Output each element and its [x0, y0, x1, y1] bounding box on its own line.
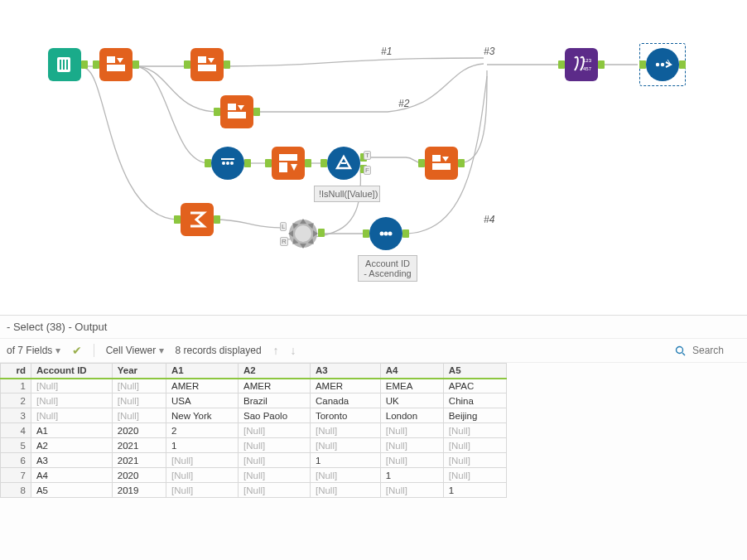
cell[interactable]: 1 [166, 438, 239, 453]
col-a3[interactable]: A3 [310, 364, 380, 379]
cell[interactable]: AMER [238, 379, 310, 393]
select-tool-3[interactable] [220, 95, 253, 128]
filter-tool[interactable] [327, 147, 360, 180]
cell[interactable]: A5 [31, 483, 112, 498]
cell[interactable]: USA [166, 393, 239, 408]
formula-tool[interactable]: 123457 [565, 48, 598, 81]
row-number[interactable]: 4 [1, 423, 31, 438]
svg-point-33 [656, 63, 659, 66]
cell[interactable]: [Null] [310, 483, 380, 498]
cell[interactable]: A1 [31, 423, 112, 438]
input-data-tool[interactable] [48, 48, 81, 81]
cell[interactable]: 1 [443, 483, 506, 498]
cell[interactable]: [Null] [31, 379, 112, 393]
cell[interactable]: London [380, 408, 443, 423]
cell[interactable]: 2020 [112, 423, 166, 438]
fields-check-icon[interactable]: ✔ [72, 344, 82, 357]
svg-rect-4 [107, 56, 115, 63]
col-a5[interactable]: A5 [443, 364, 506, 379]
col-account-id[interactable]: Account ID [31, 364, 112, 379]
cell[interactable]: [Null] [112, 379, 166, 393]
join-right-anchor: R [280, 237, 288, 246]
cell[interactable]: [Null] [166, 468, 239, 483]
cell[interactable]: [Null] [310, 468, 380, 483]
cell[interactable]: UK [380, 393, 443, 408]
multifield-formula-tool[interactable] [211, 147, 244, 180]
cell[interactable]: [Null] [443, 468, 506, 483]
cell[interactable]: [Null] [380, 423, 443, 438]
cell[interactable]: [Null] [112, 408, 166, 423]
cell[interactable]: [Null] [238, 438, 310, 453]
cell[interactable]: Canada [310, 393, 380, 408]
row-number[interactable]: 5 [1, 438, 31, 453]
col-a1[interactable]: A1 [166, 364, 239, 379]
workflow-canvas[interactable]: T F !IsNull([Value]) L R Account ID - As… [0, 0, 747, 315]
cell[interactable]: AMER [310, 379, 380, 393]
transpose-tool[interactable] [272, 147, 305, 180]
cell[interactable]: 2020 [112, 468, 166, 483]
cell[interactable]: Beijing [443, 408, 506, 423]
cell[interactable]: [Null] [310, 438, 380, 453]
cell[interactable]: [Null] [166, 483, 239, 498]
summarize-tool[interactable] [181, 203, 214, 236]
select-tool-4[interactable] [425, 147, 458, 180]
cell[interactable]: [Null] [31, 393, 112, 408]
cell[interactable]: [Null] [380, 483, 443, 498]
cell[interactable]: [Null] [31, 408, 112, 423]
cell[interactable]: 1 [310, 453, 380, 468]
svg-rect-17 [432, 163, 451, 170]
cell[interactable]: [Null] [238, 483, 310, 498]
row-number[interactable]: 3 [1, 408, 31, 423]
filter-true-anchor: T [364, 151, 371, 160]
join-tool[interactable] [287, 217, 320, 250]
cell[interactable]: Toronto [310, 408, 380, 423]
cell-viewer-dropdown[interactable]: Cell Viewer [106, 345, 164, 356]
cell[interactable]: Sao Paolo [238, 408, 310, 423]
nav-down-icon[interactable]: ↓ [291, 344, 296, 357]
cell[interactable]: APAC [443, 379, 506, 393]
cell[interactable]: EMEA [380, 379, 443, 393]
cell[interactable]: New York [166, 408, 239, 423]
sort-tool[interactable] [369, 217, 402, 250]
cell[interactable]: 2021 [112, 438, 166, 453]
cell[interactable]: [Null] [166, 453, 239, 468]
col-a4[interactable]: A4 [380, 364, 443, 379]
cell[interactable]: Brazil [238, 393, 310, 408]
cell[interactable]: AMER [166, 379, 239, 393]
cell[interactable]: [Null] [443, 438, 506, 453]
cell[interactable]: [Null] [238, 468, 310, 483]
select-tool-2[interactable] [190, 48, 224, 81]
search-box[interactable] [675, 344, 740, 357]
row-number[interactable]: 6 [1, 453, 31, 468]
cell[interactable]: [Null] [238, 453, 310, 468]
svg-rect-9 [228, 112, 246, 118]
search-input[interactable] [691, 344, 740, 357]
cell[interactable]: A2 [31, 438, 112, 453]
row-number[interactable]: 7 [1, 468, 31, 483]
cell[interactable]: 2021 [112, 453, 166, 468]
cell[interactable]: [Null] [380, 453, 443, 468]
cell[interactable]: [Null] [380, 438, 443, 453]
cell[interactable]: A4 [31, 468, 112, 483]
cell[interactable]: [Null] [112, 393, 166, 408]
cell[interactable]: China [443, 393, 506, 408]
cell[interactable]: [Null] [238, 423, 310, 438]
select-tool-1[interactable] [99, 48, 133, 81]
cell[interactable]: 2019 [112, 483, 166, 498]
cell[interactable]: 1 [380, 468, 443, 483]
row-number[interactable]: 8 [1, 483, 31, 498]
nav-up-icon[interactable]: ↑ [273, 344, 279, 357]
cell[interactable]: 2 [166, 423, 239, 438]
cell[interactable]: [Null] [443, 453, 506, 468]
cell[interactable]: [Null] [443, 423, 506, 438]
select-tool-38[interactable] [646, 48, 679, 81]
cell[interactable]: [Null] [310, 423, 380, 438]
results-grid[interactable]: rd Account ID Year A1 A2 A3 A4 A5 1[Null… [0, 363, 507, 498]
col-rownum[interactable]: rd [1, 364, 31, 379]
row-number[interactable]: 1 [1, 379, 31, 393]
row-number[interactable]: 2 [1, 393, 31, 408]
fields-dropdown[interactable]: of 7 Fields [7, 345, 60, 356]
cell[interactable]: A3 [31, 453, 112, 468]
col-year[interactable]: Year [112, 364, 166, 379]
col-a2[interactable]: A2 [238, 364, 310, 379]
